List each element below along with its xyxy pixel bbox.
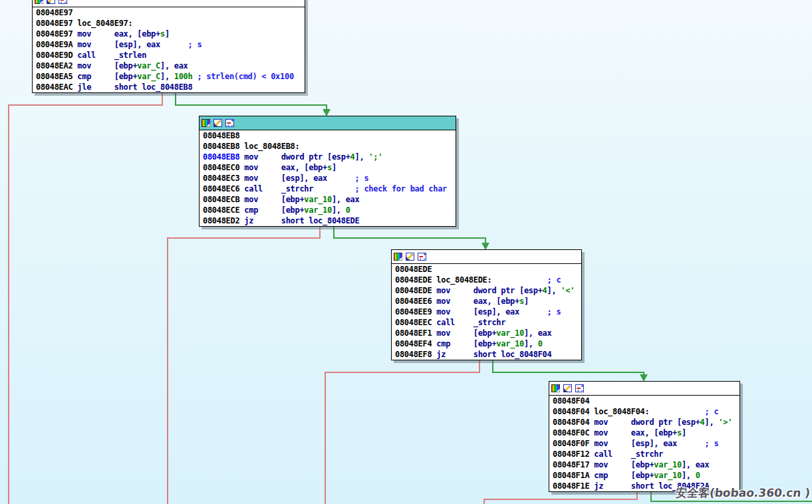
edge-08048EDE-false bbox=[325, 360, 479, 504]
disassembly-listing: 08048F0408048F04 loc_8048F04: ; c08048F0… bbox=[549, 396, 740, 491]
code-line[interactable]: 08048ECE cmp [ebp+var_10], 0 bbox=[200, 205, 456, 215]
basic-block-08048EB8[interactable]: 08048EB808048EB8 loc_8048EB8:08048EB8 mo… bbox=[199, 116, 456, 227]
code-line[interactable]: 08048EC6 call _strchr ; check for bad ch… bbox=[200, 184, 456, 194]
code-line[interactable]: 08048EF1 mov [ebp+var_10], eax bbox=[392, 328, 581, 338]
code-line[interactable]: 08048ED2 jz short loc_8048EDE bbox=[200, 215, 456, 226]
code-line[interactable]: 08048F04 bbox=[549, 396, 740, 406]
node-titlebar bbox=[392, 250, 581, 264]
code-line[interactable]: 08048EEC call _strchr bbox=[392, 317, 581, 328]
code-line[interactable]: 08048F0C mov eax, [ebp+s] bbox=[549, 428, 740, 438]
ida-graph-view[interactable]: 08048E9708048E97 loc_8048E97:08048E97 mo… bbox=[0, 0, 812, 504]
code-line[interactable]: 08048E97 mov eax, [ebp+s] bbox=[33, 29, 305, 39]
edge-08048E97-true bbox=[176, 93, 327, 109]
edge-08048F04-false bbox=[484, 492, 637, 504]
code-line[interactable]: 08048F0F mov [esp], eax ; s bbox=[549, 438, 740, 449]
code-line[interactable]: 08048EA2 mov [ebp+var_C], eax bbox=[33, 61, 305, 71]
code-line[interactable]: 08048EAC jle short loc_8048EB8 bbox=[33, 82, 305, 92]
node-color-palette-icon[interactable] bbox=[394, 252, 403, 261]
code-line[interactable]: 08048F1A cmp [ebp+var_10], 0 bbox=[549, 470, 740, 481]
code-line[interactable]: 08048E97 loc_8048E97: bbox=[33, 18, 305, 29]
node-color-palette-icon[interactable] bbox=[202, 118, 211, 128]
edge-08048EDE-true bbox=[493, 360, 644, 374]
code-line[interactable]: 08048EB8 loc_8048EB8: bbox=[200, 141, 456, 152]
node-titlebar bbox=[549, 382, 740, 396]
code-line[interactable]: 08048EF8 jz short loc_8048F04 bbox=[392, 349, 581, 360]
code-line[interactable]: 08048EDE bbox=[392, 264, 581, 275]
edit-node-comment-icon[interactable] bbox=[563, 384, 573, 393]
code-line[interactable]: 08048EE9 mov [esp], eax ; s bbox=[392, 307, 581, 317]
disassembly-listing: 08048EB808048EB8 loc_8048EB8:08048EB8 mo… bbox=[200, 130, 456, 226]
basic-block-08048EDE[interactable]: 08048EDE08048EDE loc_8048EDE: ; c08048ED… bbox=[391, 249, 582, 360]
watermark: 安全客(bobao.360.cn ) bbox=[675, 485, 811, 501]
code-line[interactable]: 08048EB8 bbox=[200, 130, 456, 141]
disassembly-listing: 08048E9708048E97 loc_8048E97:08048E97 mo… bbox=[33, 7, 305, 92]
code-line[interactable]: 08048EA5 cmp [ebp+var_C], 100h ; strlen(… bbox=[33, 71, 305, 82]
node-titlebar bbox=[200, 116, 456, 130]
code-line[interactable]: 08048EDE mov dword ptr [esp+4], '<' bbox=[392, 285, 581, 296]
code-line[interactable]: 08048F12 call _strchr bbox=[549, 449, 740, 459]
edit-node-comment-icon[interactable] bbox=[47, 0, 56, 5]
basic-block-08048F04[interactable]: 08048F0408048F04 loc_8048F04: ; c08048F0… bbox=[549, 381, 740, 492]
disassembly-listing: 08048EDE08048EDE loc_8048EDE: ; c08048ED… bbox=[392, 264, 581, 360]
group-nodes-icon[interactable] bbox=[418, 252, 427, 261]
code-line[interactable]: 08048E9A mov [esp], eax ; s bbox=[33, 39, 305, 50]
node-color-palette-icon[interactable] bbox=[35, 0, 44, 5]
code-line[interactable]: 08048EC3 mov [esp], eax ; s bbox=[200, 173, 456, 184]
node-color-palette-icon[interactable] bbox=[551, 384, 561, 393]
code-line[interactable]: 08048EC0 mov eax, [ebp+s] bbox=[200, 162, 456, 173]
edit-node-comment-icon[interactable] bbox=[213, 118, 223, 128]
edge-08048E97-false bbox=[9, 93, 162, 504]
code-line[interactable]: 08048E9D call _strlen bbox=[33, 50, 305, 61]
code-line[interactable]: 08048F04 mov dword ptr [esp+4], '>' bbox=[549, 417, 740, 428]
code-line[interactable]: 08048EF4 cmp [ebp+var_10], 0 bbox=[392, 338, 581, 349]
edge-08048EB8-true bbox=[334, 227, 485, 243]
basic-block-08048E97[interactable]: 08048E9708048E97 loc_8048E97:08048E97 mo… bbox=[32, 0, 305, 93]
code-line[interactable]: 08048F17 mov [ebp+var_10], eax bbox=[549, 459, 740, 470]
node-titlebar bbox=[33, 0, 305, 7]
code-line[interactable]: 08048EDE loc_8048EDE: ; c bbox=[392, 275, 581, 285]
group-nodes-icon[interactable] bbox=[59, 0, 68, 5]
code-line[interactable]: 08048E97 bbox=[33, 7, 305, 18]
edge-08048EB8-false bbox=[168, 227, 320, 504]
code-line[interactable]: 08048F04 loc_8048F04: ; c bbox=[549, 406, 740, 417]
edit-node-comment-icon[interactable] bbox=[406, 252, 415, 261]
code-line[interactable]: 08048EE6 mov eax, [ebp+s] bbox=[392, 296, 581, 307]
group-nodes-icon[interactable] bbox=[575, 384, 585, 393]
group-nodes-icon[interactable] bbox=[225, 118, 235, 128]
code-line[interactable]: 08048EB8 mov dword ptr [esp+4], ';' bbox=[200, 152, 456, 162]
code-line[interactable]: 08048ECB mov [ebp+var_10], eax bbox=[200, 194, 456, 205]
